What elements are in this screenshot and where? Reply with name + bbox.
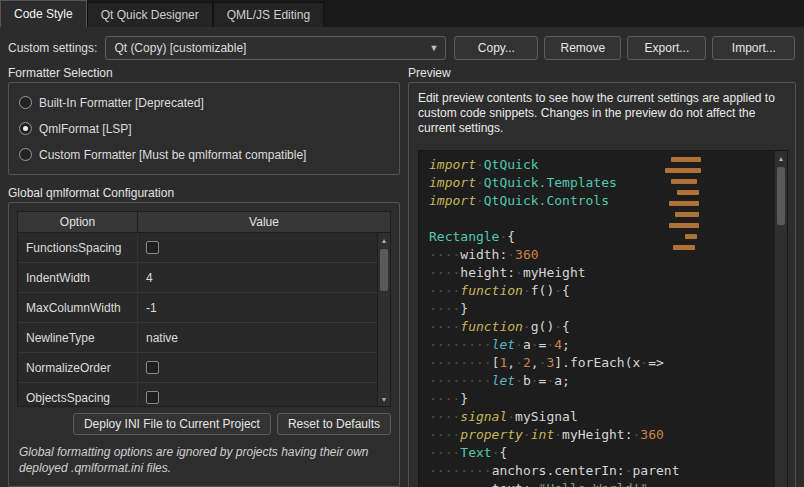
radio-icon: [19, 148, 32, 161]
table-body: FunctionsSpacing IndentWidth 4 MaxColumn…: [18, 233, 377, 406]
option-name: NewlineType: [18, 323, 138, 352]
export-button[interactable]: Export...: [627, 36, 706, 60]
tab-code-style[interactable]: Code Style: [0, 0, 87, 27]
radio-label: Custom Formatter [Must be qmlformat comp…: [39, 148, 306, 162]
option-name: IndentWidth: [18, 263, 138, 292]
column-header-value: Value: [138, 212, 390, 232]
table-row: NormalizeOrder: [18, 353, 377, 383]
tab-qt-quick-designer[interactable]: Qt Quick Designer: [87, 2, 213, 27]
option-value[interactable]: -1: [138, 293, 377, 322]
global-formatting-note: Global formatting options are ignored by…: [17, 444, 391, 476]
tab-bar: Code Style Qt Quick Designer QML/JS Edit…: [0, 0, 804, 27]
config-buttons-row: Deploy INI File to Current Project Reset…: [17, 413, 391, 435]
scroll-up-icon[interactable]: ▲: [775, 151, 787, 165]
remove-button[interactable]: Remove: [544, 36, 621, 60]
option-name: FunctionsSpacing: [18, 233, 138, 262]
scroll-down-icon[interactable]: ▼: [378, 392, 390, 406]
reset-defaults-button[interactable]: Reset to Defaults: [277, 413, 391, 435]
qmlformat-config-title: Global qmlformat Configuration: [8, 186, 400, 202]
radio-option-custom[interactable]: Custom Formatter [Must be qmlformat comp…: [19, 143, 389, 166]
scroll-up-icon[interactable]: ▲: [378, 233, 390, 247]
tab-qml-js-editing[interactable]: QML/JS Editing: [213, 2, 324, 27]
normalize-order-checkbox[interactable]: [146, 361, 159, 374]
radio-option-builtin[interactable]: Built-In Formatter [Deprecated]: [19, 91, 389, 114]
radio-icon: [19, 96, 32, 109]
editor-scrollbar[interactable]: ▲ ▼: [774, 151, 787, 487]
table-row: FunctionsSpacing: [18, 233, 377, 263]
column-header-option: Option: [18, 212, 138, 232]
options-table: Option Value FunctionsSpacing IndentWidt…: [17, 211, 391, 407]
radio-icon: [19, 122, 32, 135]
table-header-row: Option Value: [18, 212, 390, 233]
left-column: Formatter Selection Built-In Formatter […: [8, 66, 400, 487]
preview-description: Edit preview contents to see how the cur…: [418, 91, 786, 136]
table-row: MaxColumnWidth -1: [18, 293, 377, 323]
option-name: ObjectsSpacing: [18, 383, 138, 406]
code-editor[interactable]: import·QtQuickimport·QtQuick.Templatesim…: [418, 150, 788, 487]
custom-settings-label: Custom settings:: [8, 41, 97, 55]
preview-group: Edit preview contents to see how the cur…: [408, 82, 796, 487]
radio-option-qmlformat[interactable]: QmlFormat [LSP]: [19, 117, 389, 140]
copy-button[interactable]: Copy...: [454, 36, 538, 60]
scrollbar-thumb[interactable]: [380, 249, 388, 291]
preview-column: Preview Edit preview contents to see how…: [408, 66, 796, 487]
chevron-down-icon: ▼: [429, 43, 438, 53]
option-name: NormalizeOrder: [18, 353, 138, 382]
radio-label: Built-In Formatter [Deprecated]: [39, 96, 204, 110]
code-lines: import·QtQuickimport·QtQuick.Templatesim…: [419, 151, 773, 487]
custom-settings-value: Qt (Copy) [customizable]: [114, 41, 425, 55]
custom-settings-select[interactable]: Qt (Copy) [customizable] ▼: [105, 36, 446, 60]
functions-spacing-checkbox[interactable]: [146, 241, 159, 254]
custom-settings-row: Custom settings: Qt (Copy) [customizable…: [8, 35, 796, 60]
formatter-selection-group: Built-In Formatter [Deprecated] QmlForma…: [8, 82, 400, 175]
table-scrollbar[interactable]: ▲ ▼: [377, 233, 390, 406]
import-button[interactable]: Import...: [712, 36, 795, 60]
option-name: MaxColumnWidth: [18, 293, 138, 322]
preview-title: Preview: [408, 66, 796, 82]
option-value[interactable]: native: [138, 323, 377, 352]
formatter-selection-title: Formatter Selection: [8, 66, 400, 82]
scrollbar-thumb[interactable]: [777, 167, 785, 225]
radio-label: QmlFormat [LSP]: [39, 122, 132, 136]
qmlformat-config-group: Option Value FunctionsSpacing IndentWidt…: [8, 202, 400, 487]
option-value[interactable]: 4: [138, 263, 377, 292]
table-row: NewlineType native: [18, 323, 377, 353]
objects-spacing-checkbox[interactable]: [146, 391, 159, 404]
table-row: IndentWidth 4: [18, 263, 377, 293]
table-row: ObjectsSpacing: [18, 383, 377, 406]
deploy-ini-button[interactable]: Deploy INI File to Current Project: [73, 413, 271, 435]
